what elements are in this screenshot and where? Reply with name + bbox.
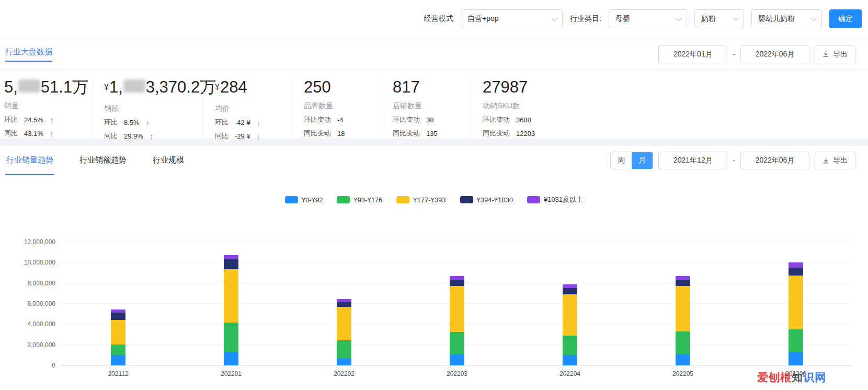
overview-date-start-input[interactable]: 2022年01月	[658, 45, 727, 63]
bar-segment[interactable]	[789, 268, 803, 276]
kpi-value-text: 250	[304, 78, 331, 96]
bar-segment[interactable]	[337, 302, 351, 307]
bar-202201[interactable]	[224, 255, 238, 365]
bar-segment[interactable]	[676, 276, 690, 280]
bar-segment[interactable]	[676, 280, 690, 286]
date-separator: -	[733, 156, 735, 165]
bar-segment[interactable]	[450, 276, 464, 280]
bar-segment[interactable]	[450, 280, 464, 286]
legend-item[interactable]: ¥394-¥1030	[460, 196, 513, 204]
kpi-value-text: 817	[393, 78, 420, 96]
metric-key: 同比	[215, 131, 229, 141]
metric-key: 环比变动	[483, 115, 510, 124]
trend-export-button[interactable]: 导出	[815, 152, 855, 169]
overview-export-button[interactable]: 导出	[815, 45, 855, 63]
metric-key: 环比变动	[304, 115, 331, 124]
x-axis-tick-label: 202202	[334, 370, 355, 377]
metric-value: -4	[337, 116, 344, 124]
legend-label: ¥394-¥1030	[477, 196, 513, 204]
category-select-2[interactable]: 奶粉	[694, 9, 744, 28]
bar-segment[interactable]	[111, 345, 125, 355]
bar-202202[interactable]	[337, 299, 351, 365]
bar-segment[interactable]	[337, 307, 351, 340]
kpi-metric-row: 环比8.5%↑	[104, 118, 203, 127]
kpi-label: 销额	[104, 104, 203, 113]
trend-date-end-input[interactable]: 2022年06月	[740, 152, 809, 169]
category-select-value: 婴幼儿奶粉	[758, 14, 795, 24]
bar-segment[interactable]	[224, 352, 238, 365]
bar-segment[interactable]	[789, 276, 803, 329]
bar-202204[interactable]	[563, 284, 577, 365]
export-label: 导出	[833, 50, 848, 59]
download-icon	[823, 51, 829, 58]
arrow-up-icon: ↑	[50, 130, 54, 137]
category-select-1[interactable]: 母婴	[609, 9, 687, 28]
kpi-metric-row: 同比29.9%↑	[104, 131, 203, 141]
bar-segment[interactable]	[224, 255, 238, 260]
bar-segment[interactable]	[563, 336, 577, 355]
legend-item[interactable]: ¥1031及以上	[527, 195, 583, 204]
category-select-value: 奶粉	[701, 14, 716, 24]
legend-chip	[396, 196, 409, 203]
legend-item[interactable]: ¥177-¥393	[396, 196, 446, 204]
legend-item[interactable]: ¥0-¥92	[285, 196, 323, 204]
kpi-value-text: 27987	[483, 78, 528, 96]
gridline	[62, 242, 852, 242]
confirm-button[interactable]: 确定	[829, 9, 862, 28]
bar-202112[interactable]	[111, 309, 125, 365]
bar-segment[interactable]	[563, 284, 577, 288]
bar-segment[interactable]	[563, 294, 577, 336]
bar-segment[interactable]	[224, 323, 238, 352]
legend-label: ¥1031及以上	[544, 195, 583, 204]
metric-value: 29.9%	[124, 132, 143, 140]
tab-1[interactable]: 行业销量趋势	[5, 146, 54, 175]
masked-digits	[123, 79, 145, 93]
legend-item[interactable]: ¥93-¥176	[337, 196, 382, 204]
kpi-value-text: 284	[220, 78, 247, 96]
bar-segment[interactable]	[111, 320, 125, 345]
y-axis-tick-label: 0	[52, 362, 55, 369]
bar-segment[interactable]	[224, 269, 238, 323]
bar-segment[interactable]	[450, 354, 464, 365]
bar-segment[interactable]	[224, 259, 238, 269]
period-toggle-2[interactable]: 月	[632, 152, 653, 169]
kpi-card-4: 250品牌数量环比变动-4同比变动18	[292, 78, 381, 139]
category-select-3[interactable]: 婴幼儿奶粉	[751, 9, 822, 28]
business-mode-value: 自营+pop	[467, 14, 499, 24]
bar-segment[interactable]	[337, 358, 351, 365]
metric-value: 18	[337, 130, 345, 137]
bar-segment[interactable]	[676, 331, 690, 354]
bar-segment[interactable]	[789, 329, 803, 352]
period-toggle-1[interactable]: 周	[611, 152, 632, 169]
bar-segment[interactable]	[563, 288, 577, 295]
bar-segment[interactable]	[563, 355, 577, 365]
bar-segment[interactable]	[111, 313, 125, 320]
bar-segment[interactable]	[111, 355, 125, 365]
date-separator: -	[733, 50, 735, 59]
overview-title-link[interactable]: 行业大盘数据	[5, 47, 52, 62]
arrow-up-icon: ↑	[50, 117, 54, 123]
legend-chip	[527, 196, 540, 203]
business-mode-select[interactable]: 自营+pop	[461, 9, 563, 28]
bar-segment[interactable]	[789, 262, 803, 268]
watermark-char: 识	[803, 371, 815, 383]
bar-segment[interactable]	[676, 354, 690, 365]
kpi-value: 817	[393, 78, 471, 97]
bar-202206[interactable]	[789, 262, 803, 365]
trend-date-start-input[interactable]: 2021年12月	[658, 152, 727, 169]
bar-segment[interactable]	[450, 332, 464, 354]
kpi-label: 店铺数量	[393, 101, 471, 111]
kpi-metric-row: 环比24.5%↑	[4, 115, 92, 124]
bar-segment[interactable]	[676, 286, 690, 332]
bar-segment[interactable]	[450, 286, 464, 332]
bar-segment[interactable]	[789, 352, 803, 365]
bar-segment[interactable]	[337, 340, 351, 358]
metric-key: 同比	[4, 129, 18, 138]
bar-202205[interactable]	[676, 276, 690, 365]
tab-2[interactable]: 行业销额趋势	[78, 146, 128, 175]
tab-3[interactable]: 行业规模	[152, 146, 185, 175]
bar-202203[interactable]	[450, 276, 464, 365]
x-axis-tick-label: 202204	[559, 370, 580, 377]
overview-date-end-input[interactable]: 2022年06月	[740, 45, 809, 63]
kpi-value: 5,51.1万	[4, 78, 92, 97]
